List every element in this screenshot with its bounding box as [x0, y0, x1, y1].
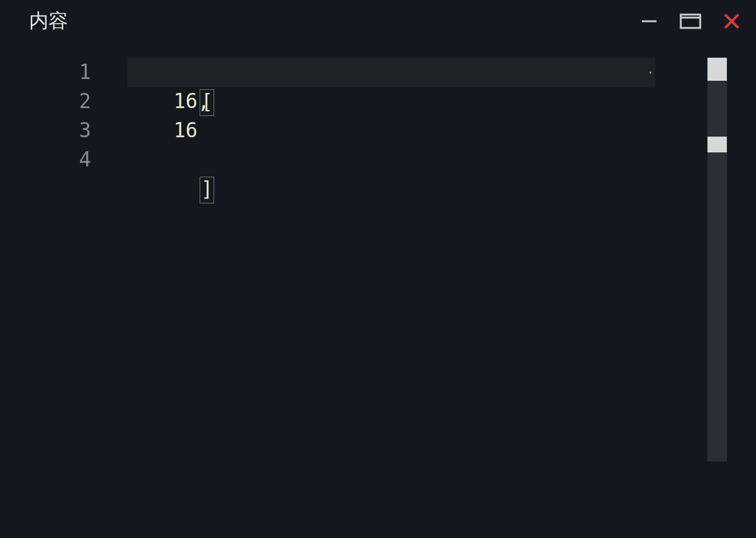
gutter: 1 2 3 4: [0, 58, 127, 538]
line-number: 4: [0, 145, 127, 174]
vertical-scrollbar[interactable]: [707, 58, 727, 461]
code-line[interactable]: [ ·: [127, 58, 655, 87]
code-text: 16,: [174, 89, 210, 113]
close-button[interactable]: [720, 9, 744, 33]
minimize-button[interactable]: [637, 9, 661, 33]
line-number: 2: [0, 87, 127, 116]
maximize-button[interactable]: [678, 9, 703, 33]
code-line[interactable]: 16,: [127, 87, 756, 116]
maximize-icon: [680, 12, 701, 30]
editor[interactable]: 1 2 3 4 [ · 16, 16 ]: [0, 58, 756, 538]
code-line[interactable]: ]: [127, 145, 756, 174]
window-title: 内容: [29, 8, 68, 35]
code-content[interactable]: [ · 16, 16 ]: [127, 58, 756, 538]
code-text: 16: [174, 118, 198, 142]
bracket-close: ]: [200, 177, 214, 203]
titlebar: 内容: [0, 0, 756, 43]
scrollbar-thumb[interactable]: [707, 58, 727, 81]
minimize-icon: [640, 12, 659, 31]
line-number: 1: [0, 58, 127, 87]
close-icon: [723, 12, 741, 30]
code-line[interactable]: 16: [127, 116, 756, 145]
line-number: 3: [0, 116, 127, 145]
cursor-mark: ·: [647, 58, 654, 87]
window-controls: [637, 9, 744, 33]
scrollbar-mark: [707, 137, 727, 152]
svg-rect-1: [681, 15, 700, 28]
